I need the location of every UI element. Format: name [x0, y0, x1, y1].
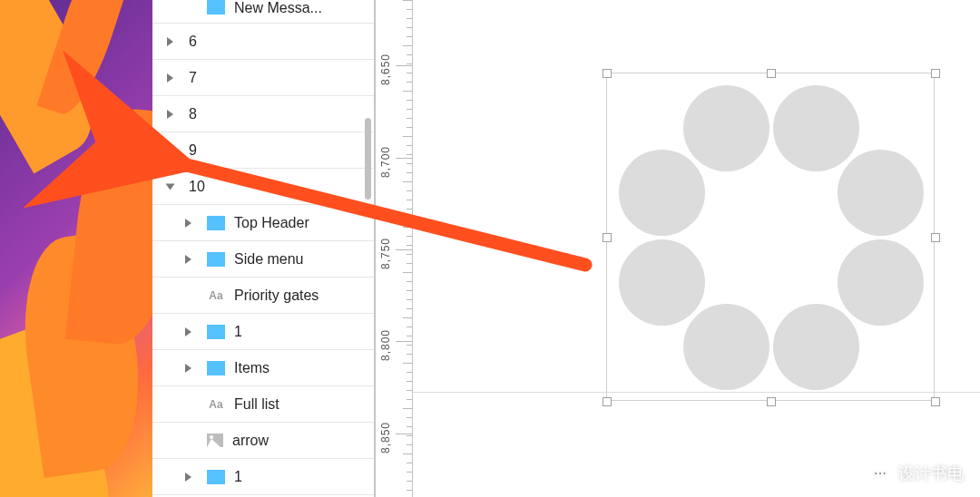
- ruler-label: 8,800: [379, 329, 392, 361]
- shape-circle[interactable]: [683, 304, 769, 390]
- ruler-tick-minor: [407, 63, 412, 64]
- layer-row[interactable]: 1: [152, 314, 374, 350]
- ruler-tick-major: [396, 158, 412, 159]
- ruler-tick-minor: [407, 100, 412, 101]
- vertical-ruler: 8,6508,7008,7508,8008,850: [375, 0, 413, 497]
- selection-handle[interactable]: [931, 397, 940, 406]
- layer-label: Full list: [234, 396, 279, 413]
- desktop-wallpaper: [0, 0, 152, 497]
- selection-handle[interactable]: [767, 397, 776, 406]
- ruler-tick-major: [396, 341, 412, 342]
- disclosure-triangle-icon[interactable]: [178, 249, 198, 269]
- shape-circle[interactable]: [619, 150, 705, 236]
- selection-handle[interactable]: [931, 233, 940, 242]
- ruler-tick-minor: [407, 399, 412, 400]
- shape-circle[interactable]: [773, 304, 859, 390]
- ruler-tick-minor: [407, 490, 412, 491]
- app-root: New Messa...678910Top HeaderSide menuAaP…: [0, 0, 980, 497]
- watermark: ⋯ 设计书电: [869, 463, 964, 484]
- layer-label: Top Header: [234, 215, 309, 231]
- ruler-tick-minor: [407, 390, 412, 391]
- ruler-tick-minor: [407, 27, 412, 28]
- ruler-tick-minor: [407, 381, 412, 382]
- text-layer-icon: Aa: [207, 289, 225, 302]
- watermark-text: 设计书电: [898, 463, 964, 484]
- ruler-tick-minor: [403, 272, 412, 273]
- ruler-tick-minor: [407, 200, 412, 200]
- shape-circle[interactable]: [683, 85, 769, 171]
- ruler-tick-minor: [407, 127, 412, 128]
- selection-handle[interactable]: [603, 397, 612, 406]
- ruler-tick-minor: [407, 245, 412, 246]
- layer-row[interactable]: AaPriority gates: [152, 278, 374, 314]
- layer-label: Items: [234, 360, 270, 376]
- layer-label: 7: [189, 70, 197, 86]
- layer-row[interactable]: Top Header: [152, 205, 374, 241]
- ruler-label: 8,850: [379, 422, 392, 453]
- folder-icon: [207, 361, 225, 375]
- watermark-icon: ⋯: [869, 463, 891, 484]
- layer-row[interactable]: arrow: [152, 423, 374, 459]
- ruler-tick-minor: [403, 136, 412, 137]
- ruler-tick-minor: [407, 354, 412, 355]
- ruler-tick-minor: [407, 426, 412, 427]
- ruler-tick-minor: [403, 317, 412, 318]
- selection-handle[interactable]: [931, 69, 940, 78]
- folder-icon: [207, 325, 225, 339]
- spacer: [178, 0, 198, 20]
- ruler-tick-major: [396, 249, 412, 250]
- layer-row[interactable]: AaFull list: [152, 386, 374, 423]
- selection-bounding-box[interactable]: [606, 73, 935, 401]
- disclosure-triangle-icon[interactable]: [160, 32, 180, 52]
- ruler-tick-minor: [407, 82, 412, 83]
- ruler-tick-major: [396, 434, 412, 434]
- ruler-tick-minor: [407, 435, 412, 436]
- ruler-tick-minor: [403, 91, 412, 92]
- layers-panel[interactable]: New Messa...678910Top HeaderSide menuAaP…: [152, 0, 375, 497]
- layer-row[interactable]: Items: [152, 350, 374, 386]
- text-layer-icon: Aa: [207, 398, 225, 411]
- selection-handle[interactable]: [603, 233, 612, 242]
- layer-row[interactable]: 1: [152, 459, 374, 495]
- shape-circle[interactable]: [838, 150, 924, 236]
- selection-handle[interactable]: [603, 69, 612, 78]
- ruler-tick-minor: [407, 172, 412, 173]
- layer-label: 1: [234, 469, 242, 485]
- ruler-tick-minor: [407, 190, 412, 191]
- disclosure-triangle-icon[interactable]: [160, 141, 180, 161]
- shape-circle[interactable]: [619, 239, 705, 326]
- ruler-tick-minor: [407, 345, 412, 346]
- disclosure-triangle-icon[interactable]: [160, 177, 180, 197]
- ruler-tick-minor: [403, 408, 412, 409]
- canvas-area[interactable]: [413, 0, 980, 497]
- layer-label: arrow: [232, 433, 269, 449]
- shape-circle[interactable]: [773, 85, 859, 171]
- layer-row[interactable]: 8: [152, 96, 374, 132]
- ruler-tick-minor: [407, 109, 412, 110]
- layer-row[interactable]: 9: [152, 132, 374, 169]
- shape-circle[interactable]: [838, 239, 924, 326]
- layer-row[interactable]: New Messa...: [152, 0, 374, 24]
- disclosure-triangle-icon[interactable]: [160, 68, 180, 88]
- layer-row[interactable]: 7: [152, 60, 374, 96]
- folder-icon: [207, 252, 225, 267]
- disclosure-triangle-icon[interactable]: [178, 213, 198, 233]
- layer-row[interactable]: Side menu: [152, 241, 374, 278]
- scrollbar-thumb[interactable]: [365, 118, 371, 200]
- layer-label: 6: [189, 34, 197, 50]
- ruler-tick-minor: [407, 281, 412, 282]
- ruler-tick-minor: [403, 363, 412, 364]
- ruler-tick-minor: [407, 218, 412, 219]
- layer-row[interactable]: 6: [152, 24, 374, 60]
- layer-row[interactable]: 10: [152, 169, 374, 205]
- ruler-tick-minor: [403, 45, 412, 46]
- ruler-tick-minor: [407, 308, 412, 309]
- spacer: [178, 395, 198, 414]
- selection-handle[interactable]: [767, 69, 776, 78]
- ruler-tick-minor: [407, 163, 412, 164]
- ruler-tick-minor: [403, 227, 412, 228]
- disclosure-triangle-icon[interactable]: [178, 322, 198, 342]
- disclosure-triangle-icon[interactable]: [178, 358, 198, 378]
- disclosure-triangle-icon[interactable]: [178, 467, 198, 487]
- disclosure-triangle-icon[interactable]: [160, 104, 180, 124]
